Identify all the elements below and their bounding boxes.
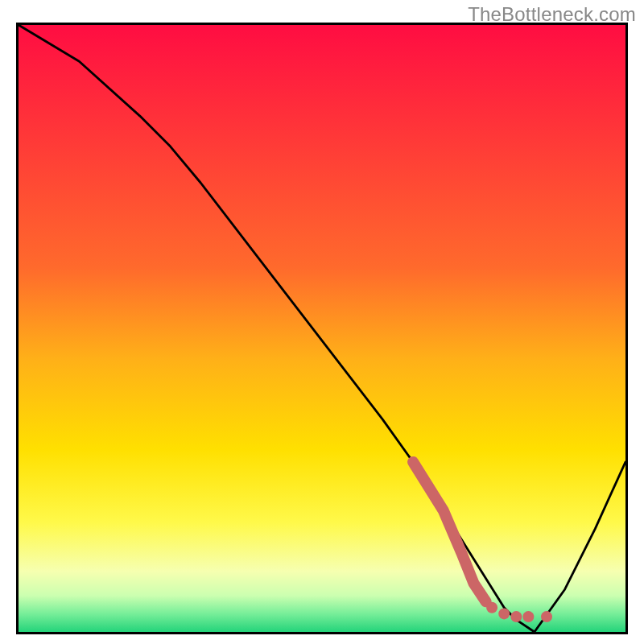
series-marker-dots-dot [498,608,510,619]
plot-area [16,23,628,634]
series-marker-dots-dot [541,611,552,622]
gradient-fill [19,25,625,632]
chart-wrapper: TheBottleneck.com [0,0,644,644]
plot-svg [16,23,628,634]
series-marker-dots-dot [522,611,534,622]
series-marker-dots-dot [486,602,497,613]
series-marker-dots-dot [510,611,522,622]
